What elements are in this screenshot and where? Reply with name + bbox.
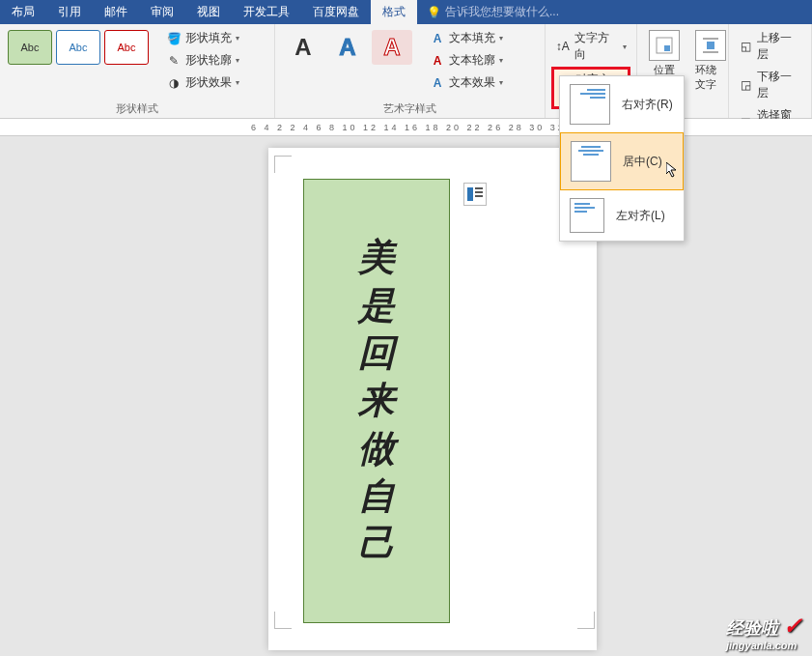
chevron-down-icon: ▾ (499, 56, 503, 65)
align-center-item[interactable]: 居中(C) (560, 132, 684, 190)
margin-mark-bl (274, 612, 292, 629)
shape-style-2[interactable]: Abc (56, 30, 100, 65)
bring-forward-icon: ◱ (739, 39, 753, 54)
text-direction-icon: ↕A (555, 39, 571, 54)
wordart-style-1[interactable]: A (283, 30, 323, 65)
align-center-icon (571, 141, 611, 182)
tab-references[interactable]: 引用 (46, 0, 93, 24)
wrap-icon (695, 30, 726, 61)
wordart-label: 艺术字样式 (281, 100, 539, 116)
wrap-text-button[interactable]: 环绕文字 (689, 28, 732, 94)
position-button[interactable]: 位置 (643, 28, 686, 79)
align-right-icon (570, 84, 610, 125)
margin-mark-br (577, 612, 595, 629)
bring-forward-button[interactable]: ◱ 上移一层 (735, 28, 805, 65)
text-outline-icon: A (430, 53, 445, 69)
tab-review[interactable]: 审阅 (139, 0, 185, 24)
tab-developer[interactable]: 开发工具 (232, 0, 301, 24)
text-effects-icon: A (430, 75, 445, 91)
tab-format[interactable]: 格式 (371, 0, 417, 24)
text-outline-button[interactable]: A 文本轮廓 ▾ (426, 50, 507, 71)
ruler[interactable]: 6 4 2 2 4 6 8 10 12 14 16 18 20 22 26 28… (0, 119, 812, 136)
chevron-down-icon: ▾ (499, 78, 503, 87)
vertical-textbox[interactable]: 美 是 回 来 做 自 己 (303, 179, 450, 623)
shape-style-1[interactable]: Abc (8, 30, 52, 65)
position-icon (649, 30, 680, 61)
send-backward-button[interactable]: ◲ 下移一层 (735, 67, 805, 103)
align-right-item[interactable]: 右对齐(R) (560, 76, 684, 132)
align-left-icon (570, 198, 604, 233)
text-effects-button[interactable]: A 文本效果 ▾ (426, 72, 507, 93)
shape-style-3[interactable]: Abc (104, 30, 149, 65)
cursor-icon (666, 162, 682, 181)
tab-baidu[interactable]: 百度网盘 (301, 0, 371, 24)
chevron-down-icon: ▾ (236, 78, 239, 87)
text-fill-button[interactable]: A 文本填充 ▾ (426, 28, 507, 48)
vertical-text-content: 美 是 回 来 做 自 己 (358, 234, 395, 568)
lightbulb-icon: 💡 (427, 6, 441, 19)
checkmark-icon: ✓ (783, 613, 802, 639)
chevron-down-icon: ▾ (623, 43, 627, 51)
effects-icon: ◑ (166, 75, 182, 91)
tab-mailings[interactable]: 邮件 (93, 0, 139, 24)
text-direction-button[interactable]: ↕A 文字方向 ▾ (551, 28, 630, 65)
wordart-style-2[interactable]: A (327, 30, 368, 65)
layout-options-icon (467, 187, 483, 201)
shape-fill-button[interactable]: 🪣 形状填充 ▾ (162, 28, 243, 48)
svg-rect-1 (664, 45, 670, 51)
paint-bucket-icon: 🪣 (166, 31, 182, 46)
shape-styles-label: 形状样式 (6, 100, 268, 116)
text-fill-icon: A (430, 31, 445, 46)
svg-rect-2 (707, 42, 714, 49)
align-left-item[interactable]: 左对齐(L) (560, 190, 684, 241)
chevron-down-icon: ▾ (236, 56, 239, 65)
align-text-menu: 右对齐(R) 居中(C) 左对齐(L) (559, 75, 685, 242)
shape-outline-button[interactable]: ✎ 形状轮廓 ▾ (162, 50, 243, 71)
document-area: 6 4 2 2 4 6 8 10 12 14 16 18 20 22 26 28… (0, 119, 812, 656)
shape-effects-button[interactable]: ◑ 形状效果 ▾ (162, 72, 243, 93)
margin-mark-tl (274, 156, 292, 173)
tab-layout[interactable]: 布局 (0, 0, 46, 24)
pen-icon: ✎ (166, 53, 182, 69)
watermark: 经验啦 ✓ jingyanla.com (726, 613, 802, 651)
tab-view[interactable]: 视图 (185, 0, 232, 24)
layout-options-button[interactable] (463, 183, 487, 206)
chevron-down-icon: ▾ (499, 34, 503, 43)
tell-me-search[interactable]: 💡 告诉我您想要做什么... (427, 4, 559, 20)
chevron-down-icon: ▾ (236, 34, 239, 43)
tell-me-text: 告诉我您想要做什么... (445, 4, 559, 20)
wordart-style-3[interactable]: A (372, 30, 412, 65)
send-backward-icon: ◲ (739, 77, 753, 93)
